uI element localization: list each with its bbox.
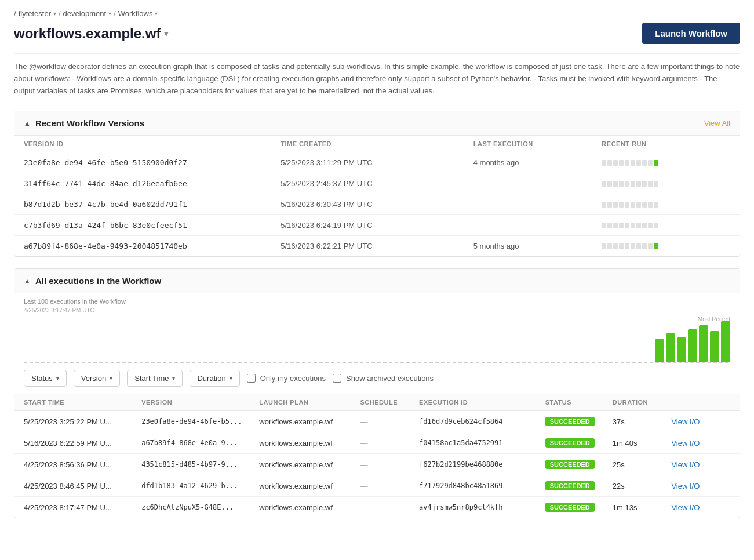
recent-versions-label: Recent Workflow Versions xyxy=(35,118,144,128)
breadcrumb-chevron-3[interactable]: ▾ xyxy=(155,10,158,17)
show-archived-filter[interactable]: Show archived executions xyxy=(333,374,434,383)
breadcrumb-chevron-2[interactable]: ▾ xyxy=(108,10,111,17)
only-my-executions-filter[interactable]: Only my executions xyxy=(247,374,326,383)
only-my-executions-checkbox[interactable] xyxy=(247,374,256,383)
executions-table-body: 5/25/2023 3:25:22 PM U... 23e0fa8e-de94-… xyxy=(14,411,740,518)
breadcrumb-org[interactable]: flytetester xyxy=(19,9,51,18)
exec-schedule: — xyxy=(360,417,419,426)
header-last-execution: LAST EXECUTION xyxy=(473,140,602,147)
recent-versions-header: ▲ Recent Workflow Versions View All xyxy=(14,111,740,136)
version-row[interactable]: 23e0fa8e-de94-46fe-b5e0-5150900d0f27 5/2… xyxy=(14,152,740,173)
mini-bar xyxy=(642,243,647,249)
executions-table: START TIME VERSION LAUNCH PLAN SCHEDULE … xyxy=(14,394,740,518)
start-time-filter-button[interactable]: Start Time ▾ xyxy=(127,370,183,387)
chart-bar xyxy=(710,331,719,362)
launch-workflow-button[interactable]: Launch Workflow xyxy=(642,23,740,44)
view-io-link[interactable]: View I/O xyxy=(671,482,700,490)
view-all-link[interactable]: View All xyxy=(704,119,730,128)
page-title-row: workflows.example.wf ▾ Launch Workflow xyxy=(14,23,740,44)
exec-duration: 22s xyxy=(613,482,672,490)
exec-status: SUCCEEDED xyxy=(545,481,613,490)
title-chevron-icon[interactable]: ▾ xyxy=(164,29,168,38)
execution-row[interactable]: 4/25/2023 8:46:45 PM U... dfd1b183-4a12-… xyxy=(14,475,740,497)
view-io-link[interactable]: View I/O xyxy=(671,439,700,448)
duration-filter-button[interactable]: Duration ▾ xyxy=(190,370,239,387)
mini-bar xyxy=(625,202,629,208)
mini-bar xyxy=(654,181,658,187)
view-io-link[interactable]: View I/O xyxy=(671,417,700,426)
mini-bar xyxy=(648,181,653,187)
view-io-link[interactable]: View I/O xyxy=(671,460,700,469)
status-filter-label: Status xyxy=(31,374,53,383)
recent-versions-section: ▲ Recent Workflow Versions View All VERS… xyxy=(14,111,740,257)
exec-view-io[interactable]: View I/O xyxy=(671,417,730,426)
status-badge: SUCCEEDED xyxy=(545,417,595,426)
version-row[interactable]: c7b3fd69-d13a-424f-b6bc-83e0cfeecf51 5/1… xyxy=(14,215,740,236)
chart-start-date: 4/25/2023 8:17:47 PM UTC xyxy=(24,307,94,314)
mini-bars xyxy=(602,181,730,187)
mini-bar xyxy=(607,160,612,166)
exec-duration: 1m 13s xyxy=(613,503,672,512)
show-archived-checkbox[interactable] xyxy=(333,374,341,383)
chart-dashed-line xyxy=(24,362,730,363)
exec-id: av4jrsmw5nr8p9ct4kfh xyxy=(419,503,545,511)
mini-bar xyxy=(619,223,624,228)
view-io-link[interactable]: View I/O xyxy=(671,503,700,512)
breadcrumb-slash: / xyxy=(14,9,16,18)
exec-start-time: 5/16/2023 6:22:59 PM U... xyxy=(24,439,141,448)
exec-start-time: 4/25/2023 8:17:47 PM U... xyxy=(24,503,141,512)
breadcrumb-section[interactable]: Workflows xyxy=(118,9,153,18)
mini-bar xyxy=(619,181,624,187)
exec-view-io[interactable]: View I/O xyxy=(671,503,730,512)
execution-row[interactable]: 5/16/2023 6:22:59 PM U... a67b89f4-868e-… xyxy=(14,432,740,454)
chart-bar xyxy=(721,321,730,362)
version-row[interactable]: a67b89f4-868e-4e0a-9493-2004851740eb 5/1… xyxy=(14,236,740,256)
mini-bar xyxy=(625,160,629,166)
mini-bar xyxy=(642,181,647,187)
breadcrumb-project[interactable]: development xyxy=(63,9,106,18)
breadcrumb-chevron-1[interactable]: ▾ xyxy=(53,10,56,17)
mini-bar xyxy=(631,160,635,166)
last-exec-cell: 5 months ago xyxy=(473,242,602,250)
chart-dates: 4/25/2023 8:17:47 PM UTC xyxy=(24,307,730,314)
exec-view-io[interactable]: View I/O xyxy=(671,482,730,490)
exec-status: SUCCEEDED xyxy=(545,417,613,426)
exec-view-io[interactable]: View I/O xyxy=(671,439,730,448)
exec-header-version: VERSION xyxy=(141,399,259,406)
start-time-chevron-icon: ▾ xyxy=(172,375,175,381)
chart-label: Last 100 executions in the Workflow xyxy=(24,298,730,305)
mini-bar xyxy=(636,243,641,249)
exec-version: a67b89f4-868e-4e0a-9... xyxy=(141,439,259,447)
mini-bar xyxy=(602,223,606,228)
exec-schedule: — xyxy=(360,482,419,490)
status-badge: SUCCEEDED xyxy=(545,460,595,469)
mini-bar xyxy=(613,160,618,166)
exec-view-io[interactable]: View I/O xyxy=(671,460,730,469)
time-created-cell: 5/25/2023 3:11:29 PM UTC xyxy=(281,158,473,167)
mini-bar xyxy=(631,243,635,249)
mini-bar xyxy=(636,160,641,166)
version-row[interactable]: b87d1d2b-be37-4c7b-be4d-0a602dd791f1 5/1… xyxy=(14,194,740,215)
execution-row[interactable]: 5/25/2023 3:25:22 PM U... 23e0fa8e-de94-… xyxy=(14,411,740,432)
recent-versions-toggle-icon[interactable]: ▲ xyxy=(24,119,31,128)
mini-bar xyxy=(654,202,658,208)
workflow-description: The @workflow decorator defines an execu… xyxy=(14,53,740,97)
all-executions-toggle-icon[interactable]: ▲ xyxy=(24,277,31,285)
mini-bar xyxy=(619,243,624,249)
execution-row[interactable]: 4/25/2023 8:17:47 PM U... zc6DhcAtzNpuX5… xyxy=(14,497,740,518)
exec-id: f627b2d2199be468880e xyxy=(419,460,545,468)
status-filter-button[interactable]: Status ▾ xyxy=(24,370,67,387)
chart-container: Most Recent xyxy=(24,316,730,362)
version-row[interactable]: 314ff64c-7741-44dc-84ae-d126eeafb6ee 5/2… xyxy=(14,173,740,194)
time-created-cell: 5/25/2023 2:45:37 PM UTC xyxy=(281,179,473,188)
exec-id: fd16d7d9ceb624cf5864 xyxy=(419,417,545,426)
version-filter-button[interactable]: Version ▾ xyxy=(74,370,120,387)
exec-schedule: — xyxy=(360,439,419,448)
mini-bar xyxy=(602,160,606,166)
exec-id: f717929d848bc48a1869 xyxy=(419,482,545,490)
exec-launch-plan: workflows.example.wf xyxy=(259,460,360,469)
mini-bar xyxy=(602,202,606,208)
execution-row[interactable]: 4/25/2023 8:56:36 PM U... 4351c815-d485-… xyxy=(14,454,740,475)
chart-bars xyxy=(24,316,730,362)
mini-bar xyxy=(654,160,658,166)
